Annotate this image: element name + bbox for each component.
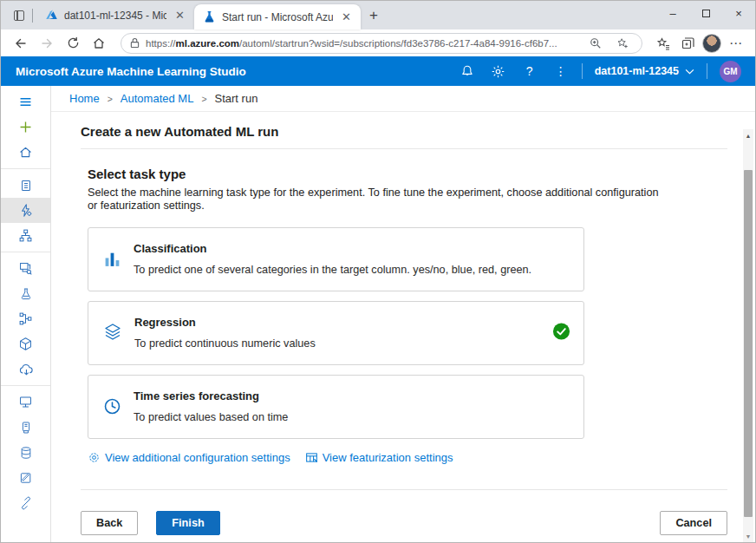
- header-divider: [707, 63, 707, 79]
- finish-button[interactable]: Finish: [156, 511, 219, 535]
- back-button[interactable]: [10, 32, 32, 55]
- page-title: Create a new Automated ML run: [81, 124, 755, 139]
- sidebar-divider: [1, 252, 50, 252]
- tab-search-button[interactable]: [8, 1, 30, 29]
- sidebar-item-designer[interactable]: [1, 223, 50, 248]
- task-type-cards: Classification To predict one of several…: [88, 227, 584, 439]
- window-controls: – ×: [656, 1, 755, 25]
- browser-tab-strip: dat101-ml-12345 - Microsoft Az ✕ Start r…: [1, 1, 755, 29]
- selected-check-icon: [552, 322, 570, 343]
- notifications-button[interactable]: [452, 56, 483, 86]
- sidebar-item-pipelines[interactable]: [1, 306, 50, 331]
- forecasting-clock-icon: [103, 397, 121, 415]
- tab-close-icon[interactable]: ✕: [339, 10, 354, 23]
- tab-close-icon[interactable]: ✕: [173, 9, 187, 22]
- back-button[interactable]: Back: [81, 511, 138, 535]
- sidebar-item-environments[interactable]: [1, 415, 50, 440]
- profile-avatar[interactable]: [701, 33, 722, 54]
- section-title: Select task type: [88, 167, 755, 181]
- profile-photo-icon: [702, 34, 721, 53]
- sidebar-item-datasets[interactable]: [1, 256, 50, 281]
- sidebar-item-menu[interactable]: [1, 89, 50, 114]
- additional-configuration-link[interactable]: View additional configuration settings: [88, 451, 290, 464]
- sidebar-item-notebooks[interactable]: [1, 173, 50, 198]
- breadcrumb: Home > Automated ML > Start run: [51, 86, 755, 112]
- gear-icon: [491, 64, 505, 79]
- task-card-classification[interactable]: Classification To predict one of several…: [88, 227, 584, 291]
- minimize-button[interactable]: –: [656, 1, 689, 25]
- favorites-icon[interactable]: [653, 33, 674, 54]
- address-bar[interactable]: https://ml.azure.com/automl/startrun?wsi…: [121, 33, 642, 54]
- collections-icon[interactable]: [677, 33, 698, 54]
- task-card-forecasting[interactable]: Time series forecasting To predict value…: [88, 375, 584, 439]
- data-labeling-icon: [19, 471, 33, 485]
- cancel-button[interactable]: Cancel: [660, 511, 727, 535]
- tab-separator: [32, 9, 33, 23]
- compute-monitor-icon: [18, 395, 33, 409]
- scroll-up-icon[interactable]: ▲: [743, 129, 753, 141]
- task-card-title: Regression: [134, 316, 316, 329]
- pipelines-icon: [18, 311, 33, 326]
- linked-services-icon: [19, 496, 33, 510]
- sidebar-item-automated-ml[interactable]: [1, 198, 50, 223]
- main-content: Home > Automated ML > Start run Create a…: [51, 86, 755, 543]
- browser-window: dat101-ml-12345 - Microsoft Az ✕ Start r…: [0, 0, 756, 543]
- task-card-desc: To predict values based on time: [134, 411, 288, 423]
- forward-button[interactable]: [36, 32, 58, 55]
- additional-configuration-label: View additional configuration settings: [105, 451, 290, 464]
- datastores-database-icon: [19, 446, 33, 460]
- breadcrumb-automated-ml[interactable]: Automated ML: [121, 92, 194, 105]
- regression-layers-icon: [103, 323, 122, 342]
- maximize-icon: [702, 10, 710, 17]
- forward-arrow-icon: [40, 36, 54, 50]
- help-button[interactable]: ?: [514, 56, 545, 86]
- url-text: https://ml.azure.com/automl/startrun?wsi…: [146, 38, 579, 49]
- environments-icon: [19, 421, 33, 435]
- back-arrow-icon: [14, 36, 28, 50]
- browser-tab-active[interactable]: Start run - Microsoft Azure Mach ✕: [194, 4, 361, 29]
- maximize-button[interactable]: [689, 1, 722, 25]
- header-divider: [582, 63, 583, 79]
- sidebar-item-new[interactable]: [1, 114, 50, 140]
- azure-ml-icon: [203, 10, 216, 23]
- account-avatar[interactable]: GM: [720, 61, 741, 82]
- task-card-title: Classification: [134, 242, 531, 255]
- browser-menu-button[interactable]: ⋯: [726, 33, 746, 54]
- scrollbar-thumb[interactable]: [744, 170, 753, 517]
- featurization-settings-link[interactable]: View featurization settings: [305, 451, 453, 464]
- settings-gear-icon: [88, 451, 101, 464]
- settings-button[interactable]: [483, 56, 514, 86]
- task-card-desc: To predict one of several categories in …: [134, 264, 531, 276]
- task-card-regression[interactable]: Regression To predict continuous numeric…: [88, 301, 584, 365]
- sidebar-item-experiments[interactable]: [1, 281, 50, 306]
- task-card-desc: To predict continuous numeric values: [134, 337, 316, 350]
- sidebar-item-home[interactable]: [1, 140, 50, 165]
- automated-ml-icon: [18, 203, 33, 218]
- sidebar-item-data-labeling[interactable]: [1, 465, 50, 490]
- close-button[interactable]: ×: [722, 1, 755, 25]
- browser-toolbar: https://ml.azure.com/automl/startrun?wsi…: [1, 29, 755, 56]
- breadcrumb-separator: >: [108, 94, 113, 104]
- more-options-button[interactable]: ⋮: [545, 56, 577, 86]
- datasets-icon: [18, 261, 33, 276]
- azure-portal-icon: [45, 9, 58, 22]
- breadcrumb-home[interactable]: Home: [69, 92, 100, 105]
- sidebar-item-compute[interactable]: [1, 389, 50, 415]
- browser-tab-inactive[interactable]: dat101-ml-12345 - Microsoft Az ✕: [36, 1, 194, 29]
- sidebar-item-datastores[interactable]: [1, 440, 50, 465]
- home-icon: [92, 36, 106, 50]
- refresh-button[interactable]: [62, 32, 84, 55]
- section-description: Select the machine learning task type fo…: [88, 186, 662, 213]
- sidebar-item-models[interactable]: [1, 331, 50, 357]
- add-favorite-icon[interactable]: [612, 33, 633, 54]
- zoom-page-icon[interactable]: [585, 33, 606, 54]
- endpoints-cloud-icon: [18, 362, 34, 377]
- home-button[interactable]: [88, 32, 110, 55]
- vertical-scrollbar[interactable]: ▲ ▼: [743, 129, 753, 543]
- workspace-selector[interactable]: dat101-ml-12345: [588, 65, 701, 77]
- scroll-down-icon[interactable]: ▼: [743, 530, 753, 542]
- sidebar-item-linked-services[interactable]: [1, 490, 50, 515]
- sidebar-item-endpoints[interactable]: [1, 357, 50, 382]
- breadcrumb-separator: >: [201, 94, 206, 104]
- new-tab-button[interactable]: +: [361, 7, 387, 29]
